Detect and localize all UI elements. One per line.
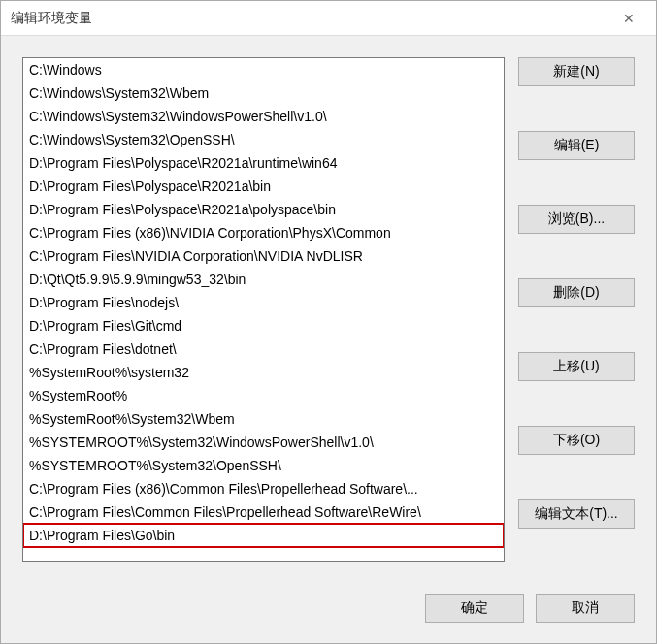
cancel-button[interactable]: 取消 xyxy=(536,594,635,623)
list-item[interactable]: D:\Qt\Qt5.9.9\5.9.9\mingw53_32\bin xyxy=(23,268,504,291)
list-item[interactable]: D:\Program Files\Polyspace\R2021a\polysp… xyxy=(23,198,504,221)
list-item[interactable]: %SystemRoot%\System32\Wbem xyxy=(23,407,504,431)
list-item[interactable]: %SystemRoot%\system32 xyxy=(23,361,504,384)
side-buttons: 新建(N) 编辑(E) 浏览(B)... 删除(D) 上移(U) 下移(O) 编… xyxy=(518,57,635,573)
list-item[interactable]: C:\Program Files\NVIDIA Corporation\NVID… xyxy=(23,244,504,268)
edit-text-button[interactable]: 编辑文本(T)... xyxy=(518,499,635,529)
edit-button[interactable]: 编辑(E) xyxy=(518,131,635,160)
titlebar: 编辑环境变量 ✕ xyxy=(1,1,656,36)
dialog-footer: 确定 取消 xyxy=(1,573,656,643)
move-down-button[interactable]: 下移(O) xyxy=(518,426,635,455)
browse-button[interactable]: 浏览(B)... xyxy=(518,205,635,234)
list-item[interactable]: D:\Program Files\Git\cmd xyxy=(23,314,504,338)
close-icon[interactable]: ✕ xyxy=(613,7,644,30)
path-listbox[interactable]: C:\WindowsC:\Windows\System32\WbemC:\Win… xyxy=(22,57,505,562)
env-var-dialog: 编辑环境变量 ✕ C:\WindowsC:\Windows\System32\W… xyxy=(0,0,657,644)
list-item[interactable]: C:\Windows\System32\Wbem xyxy=(23,81,504,105)
list-item[interactable]: D:\Program Files\Polyspace\R2021a\bin xyxy=(23,175,504,198)
new-button[interactable]: 新建(N) xyxy=(518,57,635,86)
dialog-content: C:\WindowsC:\Windows\System32\WbemC:\Win… xyxy=(1,36,656,573)
list-item[interactable]: C:\Program Files\dotnet\ xyxy=(23,338,504,361)
list-item[interactable]: C:\Program Files (x86)\NVIDIA Corporatio… xyxy=(23,221,504,244)
list-item[interactable]: D:\Program Files\nodejs\ xyxy=(23,291,504,314)
list-item[interactable]: %SYSTEMROOT%\System32\WindowsPowerShell\… xyxy=(23,431,504,454)
list-item[interactable]: C:\Windows\System32\WindowsPowerShell\v1… xyxy=(23,105,504,128)
ok-button[interactable]: 确定 xyxy=(425,594,524,623)
list-item[interactable]: D:\Program Files\Polyspace\R2021a\runtim… xyxy=(23,151,504,175)
dialog-title: 编辑环境变量 xyxy=(11,10,92,27)
list-item[interactable]: %SystemRoot% xyxy=(23,384,504,407)
list-wrap: C:\WindowsC:\Windows\System32\WbemC:\Win… xyxy=(22,57,505,573)
move-up-button[interactable]: 上移(U) xyxy=(518,352,635,381)
list-item[interactable]: C:\Windows\System32\OpenSSH\ xyxy=(23,128,504,151)
delete-button[interactable]: 删除(D) xyxy=(518,278,635,307)
list-item[interactable]: D:\Program Files\Go\bin xyxy=(23,524,504,547)
list-item[interactable]: %SYSTEMROOT%\System32\OpenSSH\ xyxy=(23,454,504,477)
list-item[interactable]: C:\Windows xyxy=(23,58,504,81)
list-item[interactable]: C:\Program Files\Common Files\Propellerh… xyxy=(23,500,504,524)
list-item[interactable]: C:\Program Files (x86)\Common Files\Prop… xyxy=(23,477,504,500)
